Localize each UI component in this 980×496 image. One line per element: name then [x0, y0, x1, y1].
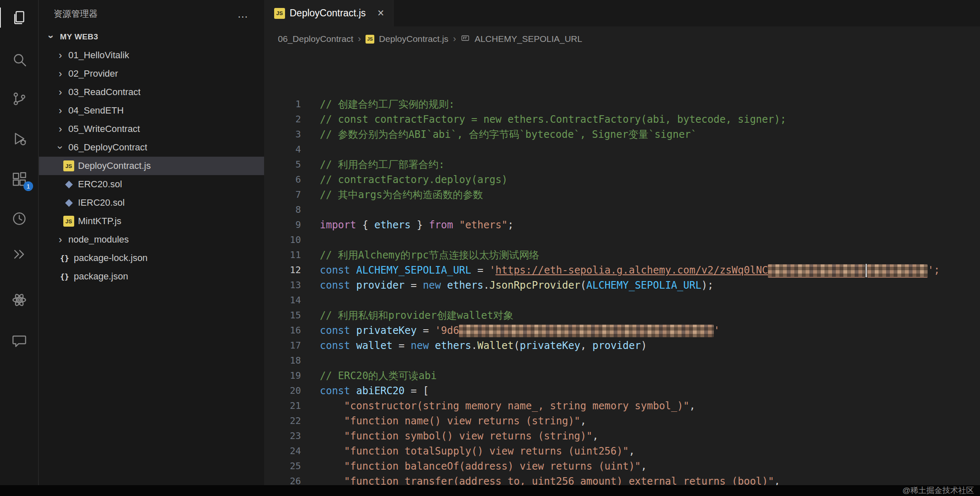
- breadcrumb-symbol[interactable]: ALCHEMY_SEPOLIA_URL: [474, 34, 582, 44]
- tree-item-ERC20.sol[interactable]: ERC20.sol: [39, 175, 264, 194]
- code-line[interactable]: 18: [264, 353, 980, 368]
- activity-source-control[interactable]: [0, 84, 38, 114]
- code-line[interactable]: 23 "function symbol() view returns (stri…: [264, 429, 980, 444]
- tree-item-06_DeployContract[interactable]: ›06_DeployContract: [39, 138, 264, 157]
- code-line[interactable]: 8: [264, 202, 980, 217]
- code-line[interactable]: 24 "function totalSupply() view returns …: [264, 444, 980, 459]
- text-cursor: [866, 264, 867, 277]
- chevron-right-icon: ›: [55, 235, 66, 245]
- code-token: provider: [592, 340, 641, 351]
- code-line[interactable]: 10: [264, 232, 980, 248]
- code-line[interactable]: 5// 利用合约工厂部署合约:: [264, 157, 980, 172]
- code-token: ,: [580, 415, 586, 427]
- extensions-badge: 1: [23, 181, 33, 191]
- activity-explorer[interactable]: [0, 3, 38, 33]
- code-token: const: [320, 340, 356, 351]
- code-token: const: [320, 385, 356, 397]
- more-actions-icon[interactable]: …: [237, 0, 248, 28]
- activity-extensions[interactable]: 1: [0, 164, 38, 194]
- activity-clock[interactable]: [0, 204, 38, 234]
- line-number: 21: [264, 398, 301, 413]
- tree-item-package.json[interactable]: {}package.json: [39, 267, 264, 286]
- double-chevron-icon: [11, 246, 28, 263]
- search-icon: [11, 51, 28, 68]
- js-file-icon: JS: [366, 35, 374, 44]
- code-line[interactable]: 11// 利用Alchemy的rpc节点连接以太坊测试网络: [264, 248, 980, 263]
- tree-item-label: DeployContract.js: [78, 160, 151, 171]
- code-line[interactable]: 17const wallet = new ethers.Wallet(priva…: [264, 338, 980, 353]
- code-line[interactable]: 2// const contractFactory = new ethers.C…: [264, 112, 980, 127]
- tree-item-DeployContract.js[interactable]: JSDeployContract.js: [39, 157, 264, 175]
- tree-item-03_ReadContract[interactable]: ›03_ReadContract: [39, 83, 264, 101]
- code-line[interactable]: 7// 其中args为合约构造函数的参数: [264, 187, 980, 202]
- workspace-section-header[interactable]: › MY WEB3: [39, 28, 264, 46]
- watermark: @稀土掘金技术社区: [0, 485, 980, 496]
- tree-item-IERC20.sol[interactable]: IERC20.sol: [39, 194, 264, 212]
- code-token: =: [404, 385, 423, 397]
- tree-item-04_SendETH[interactable]: ›04_SendETH: [39, 101, 264, 120]
- code-line[interactable]: 6// contractFactory.deploy(args): [264, 172, 980, 187]
- run-debug-icon: [11, 130, 28, 147]
- code-line[interactable]: 4: [264, 142, 980, 157]
- code-token: // const contractFactory = new ethers.Co…: [320, 114, 786, 125]
- breadcrumb-folder[interactable]: 06_DeployContract: [278, 34, 353, 44]
- line-number: 16: [264, 323, 301, 338]
- watermark-text: @稀土掘金技术社区: [902, 485, 974, 496]
- explorer-sidebar: 资源管理器 … › MY WEB3 ›01_HelloVitalik›02_Pr…: [39, 0, 264, 496]
- code-token: {: [362, 219, 374, 231]
- code-line[interactable]: 19// ERC20的人类可读abi: [264, 368, 980, 383]
- code-token: const: [320, 279, 356, 291]
- chevron-right-icon: ›: [55, 87, 66, 97]
- code-line[interactable]: 15// 利用私钥和provider创建wallet对象: [264, 308, 980, 323]
- tree-item-package-lock.json[interactable]: {}package-lock.json: [39, 249, 264, 267]
- code-line[interactable]: 1// 创建合约工厂实例的规则:: [264, 97, 980, 112]
- code-token: .: [471, 340, 477, 351]
- code-token: [320, 445, 344, 457]
- tab-deploycontract-js[interactable]: JS DeployContract.js ×: [264, 0, 394, 26]
- chevron-right-icon: ›: [55, 69, 66, 79]
- activity-feedback[interactable]: [0, 326, 38, 356]
- json-file-icon: {}: [59, 271, 70, 282]
- activity-search[interactable]: [0, 44, 38, 75]
- tree-item-MintKTP.js[interactable]: JSMintKTP.js: [39, 212, 264, 230]
- activity-extension-b[interactable]: [0, 285, 38, 315]
- tree-item-label: 06_DeployContract: [68, 142, 147, 153]
- tree-item-label: ERC20.sol: [78, 179, 122, 190]
- code-token: wallet: [356, 340, 393, 351]
- code-token: // 创建合约工厂实例的规则:: [320, 98, 455, 110]
- code-token: }: [411, 219, 429, 231]
- breadcrumb: 06_DeployContract › JS DeployContract.js…: [264, 26, 980, 52]
- line-number: 8: [264, 202, 301, 217]
- code-line[interactable]: 21 "constructor(string memory name_, str…: [264, 398, 980, 413]
- line-number: 11: [264, 248, 301, 263]
- breadcrumb-file[interactable]: DeployContract.js: [379, 34, 449, 44]
- tree-item-node_modules[interactable]: ›node_modules: [39, 230, 264, 249]
- code-line[interactable]: 3// 参数分别为合约ABI`abi`, 合约字节码`bytecode`, Si…: [264, 127, 980, 142]
- code-line[interactable]: 14: [264, 293, 980, 308]
- code-line[interactable]: 13const provider = new ethers.JsonRpcPro…: [264, 278, 980, 293]
- line-number: 10: [264, 232, 301, 248]
- code-token: abiERC20: [356, 385, 405, 397]
- code-token: ,: [629, 445, 635, 457]
- tree-item-02_Provider[interactable]: ›02_Provider: [39, 65, 264, 83]
- code-token: // 其中args为合约构造函数的参数: [320, 189, 483, 201]
- code-token: const: [320, 325, 356, 336]
- code-token: "function name() view returns (string)": [344, 415, 581, 427]
- code-line[interactable]: 9import { ethers } from "ethers";: [264, 217, 980, 232]
- code-line[interactable]: 12const ALCHEMY_SEPOLIA_URL = 'https://e…: [264, 263, 980, 278]
- line-number: 13: [264, 278, 301, 293]
- activity-run-debug[interactable]: [0, 124, 38, 154]
- close-icon[interactable]: ×: [378, 8, 384, 19]
- code-line[interactable]: 22 "function name() view returns (string…: [264, 413, 980, 429]
- code-editor[interactable]: 1// 创建合约工厂实例的规则:2// const contractFactor…: [264, 52, 980, 496]
- tree-item-01_HelloVitalik[interactable]: ›01_HelloVitalik: [39, 46, 264, 65]
- workspace-name: MY WEB3: [60, 32, 98, 41]
- activity-extension-a[interactable]: [0, 239, 38, 269]
- tree-item-05_WriteContract[interactable]: ›05_WriteContract: [39, 120, 264, 138]
- code-line[interactable]: 25 "function balanceOf(address) view ret…: [264, 459, 980, 474]
- tree-item-label: MintKTP.js: [78, 216, 122, 227]
- code-line[interactable]: 16const privateKey = '9d6': [264, 323, 980, 338]
- code-line[interactable]: 20const abiERC20 = [: [264, 383, 980, 398]
- line-number: 24: [264, 444, 301, 459]
- feedback-icon: [11, 332, 28, 349]
